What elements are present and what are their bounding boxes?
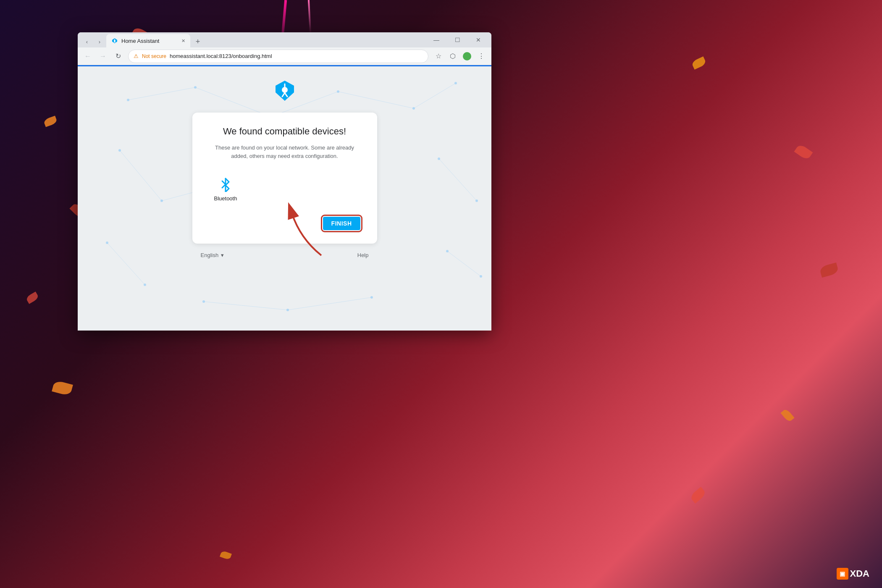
svg-line-26 xyxy=(338,92,414,108)
browser-tab-active[interactable]: Home Assistant ✕ xyxy=(106,34,190,47)
svg-point-16 xyxy=(106,242,108,244)
device-list: Bluetooth xyxy=(209,172,360,207)
svg-line-28 xyxy=(120,150,162,201)
help-link[interactable]: Help xyxy=(357,252,369,258)
svg-point-15 xyxy=(475,200,478,202)
svg-point-18 xyxy=(446,250,449,252)
page-content: We found compatible devices! These are f… xyxy=(78,66,491,331)
back-icon: ← xyxy=(84,52,91,60)
svg-point-12 xyxy=(160,200,163,202)
menu-button[interactable]: ⋮ xyxy=(475,50,488,63)
security-icon: ⚠ xyxy=(134,53,139,59)
extensions-button[interactable]: ⬡ xyxy=(446,50,459,63)
svg-point-17 xyxy=(144,284,146,286)
xda-icon: ▣ xyxy=(837,568,848,580)
refresh-icon: ↻ xyxy=(116,52,121,60)
toolbar-right: ☆ ⬡ ⋮ xyxy=(432,50,488,63)
svg-point-21 xyxy=(286,309,289,311)
profile-icon xyxy=(463,52,471,60)
address-bar[interactable]: ⚠ Not secure homeassistant.local:8123/on… xyxy=(128,50,428,63)
tab-favicon xyxy=(111,37,118,44)
svg-line-23 xyxy=(128,87,195,100)
svg-line-31 xyxy=(107,243,145,285)
tab-title: Home Assistant xyxy=(121,38,176,44)
svg-point-8 xyxy=(337,90,339,93)
chevron-down-icon: ▾ xyxy=(221,252,224,258)
profile-button[interactable] xyxy=(460,50,474,63)
tab-forward-button[interactable]: › xyxy=(94,36,105,47)
device-name: Bluetooth xyxy=(214,195,237,202)
back-button[interactable]: ← xyxy=(81,50,94,63)
forward-icon: → xyxy=(100,52,106,60)
extensions-icon: ⬡ xyxy=(450,52,456,60)
ha-logo xyxy=(273,79,297,102)
tab-close-button[interactable]: ✕ xyxy=(179,37,187,45)
toolbar: ← → ↻ ⚠ Not secure homeassistant.local:8… xyxy=(78,47,491,65)
svg-point-9 xyxy=(412,107,415,110)
maximize-button[interactable]: ☐ xyxy=(448,34,467,46)
new-tab-button[interactable]: + xyxy=(192,36,204,47)
svg-line-30 xyxy=(439,159,477,201)
refresh-button[interactable]: ↻ xyxy=(111,50,125,63)
card-footer: FINISH xyxy=(209,217,360,230)
svg-point-22 xyxy=(202,300,205,303)
xda-text: XDA xyxy=(850,568,869,579)
xda-watermark: ▣ XDA xyxy=(837,568,869,580)
main-card: We found compatible devices! These are f… xyxy=(192,113,377,244)
not-secure-label: Not secure xyxy=(142,53,166,59)
close-button[interactable]: ✕ xyxy=(469,34,488,46)
svg-point-1 xyxy=(114,40,116,42)
svg-point-6 xyxy=(194,86,197,89)
finish-button[interactable]: FINISH xyxy=(323,217,360,230)
bluetooth-icon xyxy=(218,177,233,192)
card-subtitle: These are found on your local network. S… xyxy=(209,144,360,160)
svg-point-11 xyxy=(118,149,121,152)
language-label: English xyxy=(201,252,219,258)
url-text: homeassistant.local:8123/onboarding.html xyxy=(170,53,423,59)
window-controls: — ☐ ✕ xyxy=(427,34,488,46)
card-title: We found compatible devices! xyxy=(209,126,360,137)
svg-point-36 xyxy=(282,87,288,93)
browser-window: ‹ › Home Assistant ✕ + — ☐ xyxy=(78,32,491,331)
tab-back-button[interactable]: ‹ xyxy=(81,36,93,47)
tab-bar: ‹ › Home Assistant ✕ + xyxy=(81,32,425,47)
device-item-bluetooth: Bluetooth xyxy=(209,172,242,207)
svg-line-33 xyxy=(288,297,372,310)
svg-line-27 xyxy=(414,83,456,108)
svg-point-5 xyxy=(127,99,129,101)
title-bar: ‹ › Home Assistant ✕ + — ☐ xyxy=(78,32,491,47)
language-selector[interactable]: English ▾ xyxy=(201,252,224,258)
star-icon: ☆ xyxy=(436,52,441,60)
menu-icon: ⋮ xyxy=(478,52,485,60)
forward-button[interactable]: → xyxy=(96,50,110,63)
svg-point-19 xyxy=(480,275,482,278)
svg-point-10 xyxy=(454,82,457,84)
svg-line-34 xyxy=(204,302,288,310)
page-footer: English ▾ Help xyxy=(192,247,377,263)
bookmark-button[interactable]: ☆ xyxy=(432,50,445,63)
svg-point-20 xyxy=(370,296,373,299)
minimize-button[interactable]: — xyxy=(427,34,446,46)
svg-point-14 xyxy=(438,158,440,160)
svg-line-32 xyxy=(447,251,481,276)
